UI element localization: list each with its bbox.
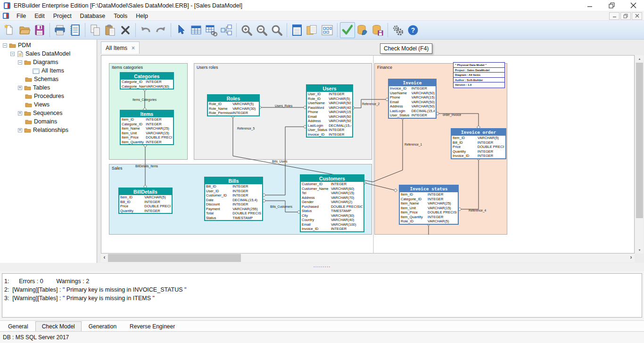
database-script-button[interactable] xyxy=(355,22,370,38)
sidebar-item-procedures[interactable]: Procedures xyxy=(0,92,97,100)
sidebar-item-sequences[interactable]: +Sequences xyxy=(0,109,97,117)
redo-button[interactable] xyxy=(153,22,168,38)
relationship-label-items-categories[interactable]: Items_Categories xyxy=(132,98,157,101)
horizontal-scrollbar[interactable]: ‹ › xyxy=(101,253,635,262)
bottom-tab-generation[interactable]: Generation xyxy=(83,322,123,331)
column-name: LastLogin xyxy=(308,123,329,128)
bottom-tab-reverse-engineer[interactable]: Reverse Engineer xyxy=(124,322,181,331)
bottom-tab-check-model[interactable]: Check Model xyxy=(35,321,82,331)
relationship-label-billdetails-items[interactable]: BillDetails_Items xyxy=(135,164,158,168)
menu-item-database[interactable]: Database xyxy=(76,12,110,20)
print-button[interactable] xyxy=(52,22,67,38)
scroll-left-icon[interactable]: ‹ xyxy=(101,253,108,262)
settings-button[interactable] xyxy=(390,22,405,38)
entity-invoice-status[interactable]: Invoice statusItem_IDINTEGERCategorie_ID… xyxy=(399,185,459,225)
report-button[interactable] xyxy=(305,22,320,38)
diagram-note-box[interactable]: " Physical Data Model "Project : Sales D… xyxy=(453,62,505,88)
zoom-out-button[interactable] xyxy=(254,22,269,38)
collapse-icon[interactable]: − xyxy=(3,43,7,48)
relationship-label-reference-2[interactable]: Reference_2 xyxy=(362,102,380,106)
menu-item-tools[interactable]: Tools xyxy=(109,12,132,20)
relationship-label-bills-customers[interactable]: Bills_Customers xyxy=(270,205,292,208)
mdi-close-button[interactable] xyxy=(632,12,642,20)
expand-icon[interactable]: + xyxy=(18,86,22,90)
sidebar-item-views[interactable]: Views xyxy=(0,100,97,109)
relationship-label-reference-5[interactable]: Reference_5 xyxy=(237,127,255,130)
horizontal-scroll-thumb[interactable] xyxy=(108,254,241,262)
menu-item-project[interactable]: Project xyxy=(49,12,76,20)
zoom-in-button[interactable] xyxy=(239,22,254,38)
sidebar-item-sales-datamodel[interactable]: −Sales DataModel xyxy=(0,49,97,58)
column-name: Quantity xyxy=(453,149,478,154)
delete-button[interactable] xyxy=(118,22,133,38)
print-preview-button[interactable] xyxy=(67,22,83,38)
entity-column: User_StatusINTEGER xyxy=(389,113,436,118)
entity-bills[interactable]: BillsBill_IDINTEGERUser_IDINTEGERCustome… xyxy=(204,177,263,221)
entity-column: UserNameVARCHAR(50) xyxy=(389,91,436,96)
scroll-down-icon[interactable]: ▾ xyxy=(636,246,644,253)
tab-all-items[interactable]: All Items × xyxy=(101,41,140,54)
relationship-label-bills-users[interactable]: Bills_Users xyxy=(272,160,288,163)
entity-column: Item_IDINTEGER xyxy=(121,117,173,122)
model-view-button[interactable] xyxy=(219,22,234,38)
entity-column: TotalDOUBLE PRECISION(53 xyxy=(205,211,262,216)
expand-icon[interactable]: + xyxy=(18,128,22,132)
scroll-right-icon[interactable]: › xyxy=(627,253,635,262)
document-list-button[interactable] xyxy=(289,22,305,38)
sidebar-item-schemas[interactable]: Schemas xyxy=(0,75,97,83)
expand-icon[interactable]: + xyxy=(18,111,22,115)
save-button[interactable] xyxy=(32,22,47,38)
table-relations-button[interactable] xyxy=(204,22,219,38)
entity-invoice-order[interactable]: Invoice orderItem_IDVARCHAR(5)Bill_IDINT… xyxy=(451,128,506,159)
entity-billdetails[interactable]: BillDetailsItem_IDVARCHAR(5)Bill_IDINTEG… xyxy=(118,188,173,214)
tab-close-icon[interactable]: × xyxy=(132,45,135,51)
menu-item-file[interactable]: File xyxy=(12,12,30,20)
relationship-label-users-roles[interactable]: Users_Roles xyxy=(275,104,292,107)
sidebar-item-tables[interactable]: +Tables xyxy=(0,83,97,92)
database-save-button[interactable] xyxy=(370,22,385,38)
menu-item-help[interactable]: Help xyxy=(132,12,152,20)
paste-button[interactable] xyxy=(103,22,118,38)
mdi-restore-button[interactable] xyxy=(620,12,631,20)
form-grid-button[interactable] xyxy=(320,22,335,38)
entity-column: Bill_IDINTEGER xyxy=(452,140,505,145)
sidebar-item-domains[interactable]: Domains xyxy=(0,117,97,126)
entity-roles[interactable]: RolesRole_IDVARCHAR(5)Role_NameVARCHAR(3… xyxy=(207,94,260,116)
entity-customers[interactable]: CustomersCustomer_IDINTEGERCustomer_Name… xyxy=(300,174,364,232)
scroll-up-icon[interactable]: ▴ xyxy=(636,55,644,62)
mdi-minimize-button[interactable] xyxy=(609,12,619,20)
relationship-label-order-invoice[interactable]: order_invoice xyxy=(443,113,461,116)
sidebar-item-diagrams[interactable]: −Diagrams xyxy=(0,58,97,66)
vertical-scrollbar[interactable]: ▴ ▾ xyxy=(636,55,644,253)
pointer-button[interactable] xyxy=(173,22,189,38)
sidebar-item-all-items[interactable]: All Items xyxy=(0,66,97,75)
zoom-button[interactable] xyxy=(269,22,284,38)
open-folder-button[interactable] xyxy=(17,22,32,38)
minimize-button[interactable] xyxy=(579,0,601,11)
collapse-icon[interactable]: − xyxy=(18,60,22,65)
restore-button[interactable] xyxy=(601,0,622,11)
undo-button[interactable] xyxy=(138,22,153,38)
entity-users[interactable]: UsersUser_IDINTEGERRole_IDVARCHAR(5)User… xyxy=(306,84,353,138)
entity-invoice[interactable]: InvoiceInvoice_IDINTEGERUserNameVARCHAR(… xyxy=(388,79,437,119)
sidebar-item-relationships[interactable]: +Relationships xyxy=(0,126,97,134)
menu-item-edit[interactable]: Edit xyxy=(30,12,49,20)
table-button[interactable] xyxy=(189,22,204,38)
new-file-button[interactable] xyxy=(2,22,17,38)
sidebar-item-pdm[interactable]: −PDM xyxy=(0,41,97,49)
diagram-canvas[interactable]: Items categoriesUsers rolesFinanceSales … xyxy=(101,55,635,253)
collapse-icon[interactable]: − xyxy=(10,52,15,56)
relationship-label-reference-4[interactable]: Reference_4 xyxy=(469,209,486,212)
help-button[interactable]: ? xyxy=(405,22,421,38)
check-model-button[interactable] xyxy=(340,22,355,38)
bottom-tab-general[interactable]: General xyxy=(2,322,34,331)
table-icon xyxy=(190,24,202,36)
entity-categories[interactable]: CategoriesCategorie_IDINTEGERCategorie_N… xyxy=(120,72,174,90)
vertical-scroll-thumb[interactable] xyxy=(636,63,643,218)
close-button[interactable] xyxy=(622,0,644,11)
relationship-label-reference-1[interactable]: Reference_1 xyxy=(405,143,422,146)
column-name: User_ID xyxy=(206,189,232,194)
entity-items[interactable]: ItemsItem_IDINTEGERCategorie_IDINTEGERIt… xyxy=(120,110,174,145)
panel-splitter[interactable]: ......... xyxy=(0,263,644,271)
copy-button[interactable] xyxy=(88,22,103,38)
